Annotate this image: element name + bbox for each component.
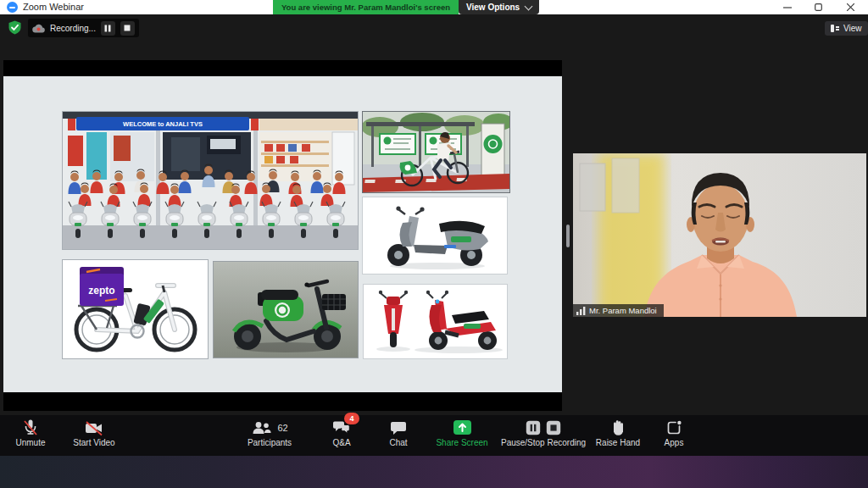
apps-button[interactable]: Apps [654, 417, 693, 447]
gallery-view-icon [831, 25, 839, 32]
presentation-slide: WELCOME to ANJALI TVS [3, 76, 562, 392]
minimize-icon [783, 3, 792, 12]
pause-icon [104, 25, 111, 32]
participants-label: Participants [248, 438, 292, 447]
slide-image-red-electric-scooter [363, 284, 508, 359]
recording-indicator: Recording... [28, 19, 139, 37]
start-video-button[interactable]: Start Video [66, 417, 122, 447]
microphone-muted-icon [21, 417, 40, 438]
share-screen-label: Share Screen [436, 438, 487, 447]
screen-share-banner: You are viewing Mr. Param Mandloi's scre… [273, 0, 459, 14]
zepto-box-logo-text: zepto [88, 285, 114, 297]
apps-icon [665, 417, 682, 438]
chevron-down-icon [525, 2, 533, 10]
qa-badge: 4 [344, 413, 359, 424]
start-video-label: Start Video [73, 438, 114, 447]
participants-icon [251, 419, 273, 436]
participants-button[interactable]: 62 Participants [239, 417, 300, 447]
pause-stop-recording-label: Pause/Stop Recording [501, 438, 586, 447]
view-layout-button[interactable]: View [825, 21, 868, 36]
windows-taskbar: Search b 33° zoom W X S [0, 456, 868, 488]
raise-hand-icon [609, 417, 626, 438]
maximize-icon [815, 3, 822, 11]
recording-label: Recording... [50, 24, 96, 33]
chat-label: Chat [389, 438, 407, 447]
share-screen-icon [453, 417, 472, 438]
participants-count: 62 [277, 423, 287, 433]
participant-name: Mr. Param Mandloi [589, 306, 657, 315]
stop-recording-icon [546, 420, 561, 435]
raise-hand-button[interactable]: Raise Hand [593, 417, 643, 447]
meeting-toolbar: Unmute Start Video 62 Participants [0, 415, 868, 456]
minimize-button[interactable] [775, 0, 800, 14]
chat-button[interactable]: Chat [380, 417, 417, 447]
qa-icon: 4 [331, 417, 352, 438]
window-title-bar: Zoom Webinar You are viewing Mr. Param M… [0, 0, 868, 14]
pause-recording-icon [526, 420, 541, 435]
share-screen-button[interactable]: Share Screen [432, 417, 492, 447]
close-button[interactable] [837, 0, 863, 14]
view-button-label: View [843, 24, 862, 33]
speaker-video-frame [573, 153, 866, 317]
qa-button[interactable]: 4 Q&A [324, 417, 359, 447]
maximize-button[interactable] [805, 0, 831, 14]
view-options-label: View Options [466, 3, 520, 12]
recording-cloud-icon [32, 24, 45, 33]
camera-off-icon [84, 417, 104, 438]
pause-stop-recording-button[interactable]: Pause/Stop Recording [502, 417, 585, 447]
audio-signal-icon [576, 307, 586, 315]
window-title: Zoom Webinar [23, 0, 84, 14]
slide-image-green-rental-moped [213, 261, 359, 358]
unmute-label: Unmute [15, 438, 45, 447]
showroom-banner-text: WELCOME to ANJALI TVS [123, 120, 203, 128]
stop-icon [124, 25, 131, 31]
unmute-button[interactable]: Unmute [5, 417, 56, 447]
participant-name-tag: Mr. Param Mandloi [573, 304, 664, 317]
shared-screen-content: WELCOME to ANJALI TVS [3, 60, 562, 411]
panel-resize-handle[interactable] [566, 225, 570, 247]
slide-image-bike-share-rider [362, 111, 510, 193]
view-options-button[interactable]: View Options [459, 0, 539, 14]
chat-icon [389, 417, 408, 438]
speaker-video-tile[interactable]: Mr. Param Mandloi [573, 153, 866, 317]
zoom-app-icon [7, 2, 18, 13]
slide-image-dealership-group-photo: WELCOME to ANJALI TVS [62, 111, 359, 250]
apps-label: Apps [665, 438, 684, 447]
close-icon [847, 3, 854, 11]
slide-image-grey-electric-scooter [362, 197, 508, 274]
slide-image-zepto-cargo-ebike: zepto [62, 259, 209, 359]
zoom-webinar-screen: { "title_bar": { "app_title": "Zoom Webi… [0, 0, 868, 488]
stop-recording-button[interactable] [120, 21, 135, 36]
meeting-security-shield-icon[interactable] [8, 20, 22, 35]
raise-hand-label: Raise Hand [596, 438, 640, 447]
qa-label: Q&A [332, 438, 350, 447]
pause-recording-button[interactable] [101, 21, 115, 36]
